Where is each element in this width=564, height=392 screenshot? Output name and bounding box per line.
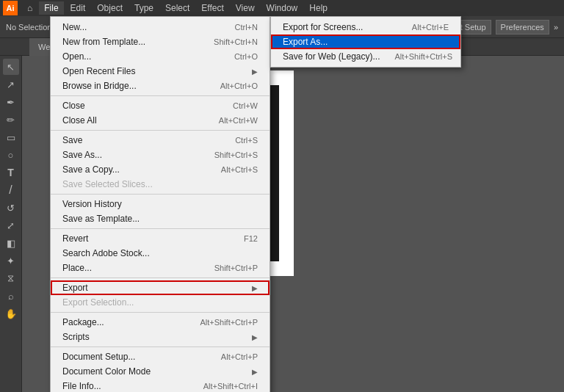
app-logo: Ai — [3, 1, 18, 15]
submenu-arrow-icon: ▶ — [252, 68, 258, 76]
menu-item-window[interactable]: Window — [261, 1, 303, 15]
menu-item-shortcut: Ctrl+W — [233, 101, 258, 110]
menu-item-label: Revert — [62, 233, 88, 244]
menu-item-save-copy[interactable]: Save a Copy...Alt+Ctrl+S — [51, 162, 270, 177]
menu-item-open-recent[interactable]: Open Recent Files▶ — [51, 64, 270, 79]
menu-item-label: Save as Template... — [62, 214, 140, 224]
tools-panel: ↖ ↗ ✒ ✏ ▭ ○ T / ↺ ⤢ ◧ ✦ ⧖ ⌕ ✋ — [0, 56, 22, 392]
pen-tool[interactable]: ✒ — [3, 94, 19, 110]
menu-item-file[interactable]: File — [39, 1, 63, 15]
menu-separator — [51, 228, 270, 229]
menu-item-scripts[interactable]: Scripts▶ — [51, 330, 270, 344]
menu-item-label: Place... — [62, 263, 92, 273]
menu-separator — [51, 346, 270, 347]
menu-item-shortcut: Alt+Ctrl+W — [219, 116, 258, 125]
menu-item-shortcut: Alt+Shift+Ctrl+P — [200, 318, 258, 327]
preferences-button[interactable]: Preferences — [496, 20, 549, 35]
menu-item-label: Save As... — [62, 150, 102, 160]
export-item-shortcut: Alt+Shift+Ctrl+S — [395, 52, 453, 61]
submenu-arrow-icon: ▶ — [252, 368, 258, 376]
menu-item-view[interactable]: View — [231, 1, 260, 15]
menu-item-save[interactable]: SaveCtrl+S — [51, 133, 270, 148]
menu-item-label: Browse in Bridge... — [62, 81, 137, 91]
blend-tool[interactable]: ⧖ — [3, 270, 19, 286]
rectangle-tool[interactable]: ▭ — [3, 129, 19, 145]
menu-item-help[interactable]: Help — [304, 1, 333, 15]
eyedropper-tool[interactable]: ✦ — [3, 253, 19, 269]
menu-item-label: Version History — [62, 199, 122, 209]
submenu-arrow-icon: ▶ — [252, 333, 258, 341]
menu-item-revert[interactable]: RevertF12 — [51, 231, 270, 246]
menu-item-version-history[interactable]: Version History — [51, 197, 270, 211]
type-tool[interactable]: T — [3, 164, 19, 181]
menu-item-save-as[interactable]: Save As...Shift+Ctrl+S — [51, 148, 270, 162]
zoom-tool[interactable]: ⌕ — [3, 288, 19, 304]
file-menu: New...Ctrl+NNew from Template...Shift+Ct… — [50, 16, 270, 392]
menu-item-shortcut: Alt+Shift+Ctrl+I — [203, 382, 258, 391]
menu-item-effect[interactable]: Effect — [196, 1, 228, 15]
menu-item-label: Open Recent Files — [62, 66, 135, 76]
line-tool[interactable]: / — [3, 182, 19, 198]
menu-item-browse-bridge[interactable]: Browse in Bridge...Alt+Ctrl+O — [51, 79, 270, 93]
menu-item-document-setup[interactable]: Document Setup...Alt+Ctrl+P — [51, 349, 270, 364]
menu-item-place[interactable]: Place...Shift+Ctrl+P — [51, 261, 270, 275]
menu-item-close[interactable]: CloseCtrl+W — [51, 98, 270, 113]
export-submenu-item-export-as[interactable]: Export As... — [271, 35, 460, 49]
scale-tool[interactable]: ⤢ — [3, 217, 19, 233]
menu-item-label: File Info... — [62, 381, 101, 391]
menu-item-label: Document Color Mode — [62, 366, 151, 377]
ellipse-tool[interactable]: ○ — [3, 147, 19, 163]
toolbar-expand[interactable]: » — [554, 23, 558, 32]
menu-item-document-color-mode[interactable]: Document Color Mode▶ — [51, 364, 270, 379]
export-submenu: Export for Screens...Alt+Ctrl+EExport As… — [270, 16, 461, 68]
menu-item-type[interactable]: Type — [129, 1, 159, 15]
menu-item-label: New from Template... — [62, 37, 145, 47]
menu-item-new[interactable]: New...Ctrl+N — [51, 20, 270, 35]
menu-item-file-info[interactable]: File Info...Alt+Shift+Ctrl+I — [51, 379, 270, 392]
menu-item-open[interactable]: Open...Ctrl+O — [51, 49, 270, 64]
menu-item-shortcut: Ctrl+N — [235, 23, 258, 32]
menu-item-label: Scripts — [62, 332, 90, 342]
submenu-arrow-icon: ▶ — [252, 284, 258, 292]
menu-item-label: Export Selection... — [62, 297, 134, 308]
selection-tool[interactable]: ↖ — [3, 59, 19, 75]
menu-item-shortcut: Shift+Ctrl+S — [214, 150, 258, 159]
menu-item-close-all[interactable]: Close AllAlt+Ctrl+W — [51, 113, 270, 128]
export-submenu-item-export-for-screens[interactable]: Export for Screens...Alt+Ctrl+E — [271, 20, 460, 35]
menu-item-save-as-template[interactable]: Save as Template... — [51, 211, 270, 226]
export-item-label: Export As... — [283, 37, 328, 47]
menu-item-new-from-template[interactable]: New from Template...Shift+Ctrl+N — [51, 35, 270, 49]
menu-item-label: Close — [62, 101, 85, 111]
menu-item-shortcut: Shift+Ctrl+P — [214, 264, 258, 272]
menu-item-export[interactable]: Export▶ — [51, 280, 270, 295]
menu-item-edit[interactable]: Edit — [65, 1, 91, 15]
hand-tool[interactable]: ✋ — [3, 305, 19, 322]
menu-item-shortcut: Alt+Ctrl+S — [221, 165, 258, 174]
export-item-label: Save for Web (Legacy)... — [283, 51, 380, 62]
menu-item-shortcut: Alt+Ctrl+P — [221, 352, 258, 361]
menu-item-shortcut: F12 — [244, 234, 258, 243]
menu-item-label: Save — [62, 135, 82, 145]
menu-item-shortcut: Alt+Ctrl+O — [220, 81, 258, 90]
menu-item-search-adobe-stock[interactable]: Search Adobe Stock... — [51, 246, 270, 261]
menu-item-label: Open... — [62, 51, 91, 62]
direct-selection-tool[interactable]: ↗ — [3, 76, 19, 92]
menu-item-label: New... — [62, 22, 87, 32]
menu-item-label: Package... — [62, 317, 104, 327]
rotate-tool[interactable]: ↺ — [3, 200, 19, 216]
menu-item-shortcut: Ctrl+O — [234, 52, 258, 61]
menu-item-package[interactable]: Package...Alt+Shift+Ctrl+P — [51, 315, 270, 330]
pencil-tool[interactable]: ✏ — [3, 112, 19, 128]
menu-separator — [51, 130, 270, 131]
home-icon[interactable]: ⌂ — [22, 1, 37, 15]
export-submenu-item-save-for-web[interactable]: Save for Web (Legacy)...Alt+Shift+Ctrl+S — [271, 49, 460, 64]
menu-separator — [51, 312, 270, 313]
menu-separator — [51, 277, 270, 278]
menu-item-label: Search Adobe Stock... — [62, 248, 150, 258]
export-item-shortcut: Alt+Ctrl+E — [412, 23, 449, 32]
gradient-tool[interactable]: ◧ — [3, 235, 19, 251]
menu-item-object[interactable]: Object — [92, 1, 128, 15]
menu-item-select[interactable]: Select — [160, 1, 195, 15]
menu-item-label: Export — [62, 283, 88, 293]
selection-label: No Selection — [6, 23, 51, 32]
